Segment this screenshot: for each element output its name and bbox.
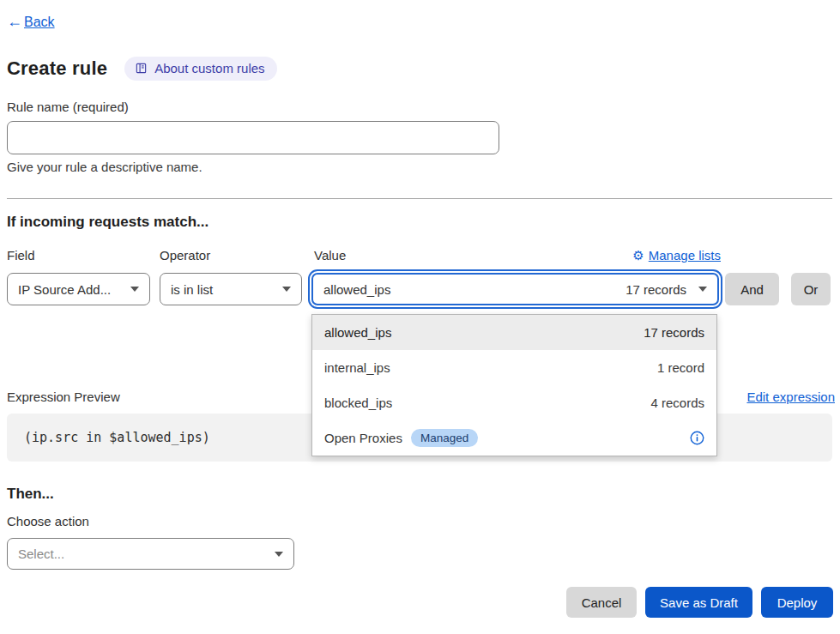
managed-badge: Managed	[411, 429, 478, 447]
dropdown-item-open-proxies[interactable]: Open Proxies Managed	[312, 420, 716, 456]
book-icon	[135, 62, 148, 75]
field-label: Field	[7, 248, 35, 263]
chevron-down-icon	[275, 552, 283, 557]
list-record-count: 17 records	[644, 325, 704, 340]
about-custom-rules-link[interactable]: About custom rules	[124, 57, 276, 81]
title-row: Create rule About custom rules	[7, 57, 277, 81]
gear-icon: ⚙	[632, 249, 644, 262]
list-name: Open Proxies	[324, 431, 402, 445]
or-button[interactable]: Or	[791, 273, 831, 305]
value-select[interactable]: allowed_ips 17 records	[311, 273, 719, 305]
deploy-button[interactable]: Deploy	[761, 587, 833, 618]
list-record-count: 4 records	[650, 395, 704, 410]
expression-code: (ip.src in $allowed_ips)	[24, 430, 210, 445]
list-name: internal_ips	[324, 360, 390, 375]
field-select-value: IP Source Add...	[18, 282, 111, 297]
manage-lists-label: Manage lists	[649, 248, 721, 263]
value-select-value: allowed_ips	[323, 282, 390, 297]
dropdown-item-internal-ips[interactable]: internal_ips 1 record	[312, 350, 716, 385]
save-as-draft-button[interactable]: Save as Draft	[645, 587, 752, 618]
manage-lists-link[interactable]: ⚙ Manage lists	[626, 248, 721, 263]
operator-select-value: is in list	[171, 282, 213, 297]
rule-name-help-text: Give your rule a descriptive name.	[7, 160, 202, 174]
then-section-heading: Then...	[7, 486, 54, 503]
operator-label: Operator	[160, 248, 210, 263]
create-rule-page: ←Back Create rule About custom rules Rul…	[0, 0, 840, 634]
list-name: blocked_ips	[324, 395, 392, 410]
about-badge-label: About custom rules	[154, 61, 264, 75]
choose-action-label: Choose action	[7, 514, 89, 528]
operator-select[interactable]: is in list	[160, 273, 302, 305]
back-label: Back	[24, 15, 55, 30]
action-select[interactable]: Select...	[7, 538, 294, 570]
cancel-button[interactable]: Cancel	[566, 587, 637, 618]
dropdown-item-blocked-ips[interactable]: blocked_ips 4 records	[312, 385, 716, 420]
field-select[interactable]: IP Source Add...	[7, 273, 150, 305]
chevron-down-icon	[130, 287, 139, 292]
and-button[interactable]: And	[725, 273, 779, 305]
value-label: Value	[314, 248, 346, 263]
back-link[interactable]: ←Back	[7, 13, 55, 31]
edit-expression-link[interactable]: Edit expression	[746, 389, 835, 404]
back-arrow-icon: ←	[7, 13, 22, 31]
rule-name-label: Rule name (required)	[7, 100, 129, 114]
section-divider	[7, 198, 832, 199]
chevron-down-icon	[698, 287, 707, 292]
list-record-count: 1 record	[657, 360, 704, 375]
list-name: allowed_ips	[324, 325, 391, 340]
match-section-heading: If incoming requests match...	[7, 214, 208, 231]
value-select-record-count: 17 records	[625, 282, 686, 297]
dropdown-item-allowed-ips[interactable]: allowed_ips 17 records	[312, 315, 716, 350]
rule-name-input[interactable]	[7, 121, 499, 154]
page-title: Create rule	[7, 57, 107, 80]
info-icon[interactable]	[690, 431, 704, 445]
action-select-placeholder: Select...	[18, 546, 64, 561]
value-dropdown-menu: allowed_ips 17 records internal_ips 1 re…	[311, 314, 717, 456]
expression-preview-label: Expression Preview	[7, 389, 120, 404]
chevron-down-icon	[282, 287, 291, 292]
